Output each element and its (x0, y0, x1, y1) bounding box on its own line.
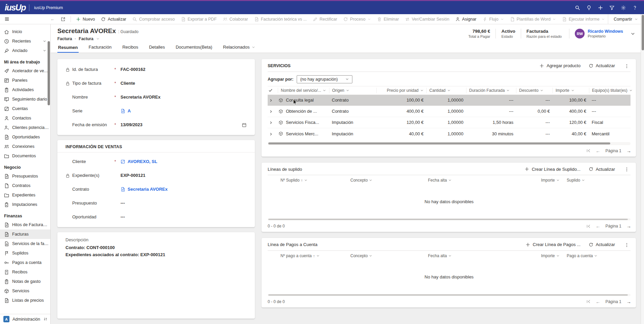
sidebar-item-inicio[interactable]: Inicio (0, 27, 50, 36)
collaborate-button[interactable]: Colaborar (220, 14, 251, 24)
first-page-icon[interactable] (586, 148, 591, 153)
row-expand-icon[interactable] (269, 99, 273, 102)
previous-page-icon[interactable]: ← (596, 299, 600, 304)
back-button[interactable]: ← (48, 14, 58, 24)
flow-button[interactable]: Flujo (480, 14, 507, 24)
sidebar-item-listas-de-precios[interactable]: Listas de precios (0, 296, 50, 305)
sidebar-item-anclado[interactable]: Anclado (0, 46, 50, 55)
service-row-servicios-fiscales[interactable]: Servicios Fisca... Imputación 120,00 € 1… (268, 117, 630, 128)
word-templates-button[interactable]: Plantillas de Word (507, 14, 559, 24)
column-header-importe[interactable]: Importe (541, 253, 567, 258)
create-suplido-button[interactable]: Crear Línea de Suplido... (525, 167, 581, 172)
sidebar-item-conexiones[interactable]: Conexiones (0, 142, 50, 151)
tab-facturacion[interactable]: Facturación (88, 43, 112, 53)
sidebar-item-hitos-facturacion[interactable]: Hitos de Facturaci... (0, 220, 50, 230)
sidebar-item-expedientes[interactable]: Expedientes (0, 190, 50, 200)
field-value-fecha-emision[interactable]: 13/09/2023 (120, 122, 242, 127)
refresh-button[interactable]: Actualizar (98, 14, 129, 24)
sidebar-item-servicios-factura[interactable]: Servicios de la fact... (0, 239, 50, 248)
form-selector-chevron-icon[interactable] (96, 37, 100, 40)
add-product-button[interactable]: Agregar producto (539, 63, 580, 68)
service-row-servicios-mercantiles[interactable]: Servicios Merc... Imputación 40,00 € 1,0… (268, 128, 630, 139)
column-header-fecha-alta[interactable]: Fecha alta (428, 253, 541, 258)
sidebar-item-recibos[interactable]: Recibos (0, 267, 50, 277)
pagos-refresh-button[interactable]: Actualizar (589, 242, 615, 247)
owner-field[interactable]: RW Ricardo Windows Propietario (569, 29, 623, 38)
row-expand-icon[interactable] (269, 110, 273, 113)
new-button[interactable]: Nuevo (73, 14, 98, 24)
column-header-fecha-alta[interactable]: Fecha alta (428, 178, 541, 183)
sidebar-item-servicios[interactable]: Servicios (0, 286, 50, 296)
services-horizontal-scrollbar[interactable] (268, 142, 630, 145)
column-header-origen[interactable]: Origen (329, 88, 376, 93)
open-in-new-window-button[interactable] (58, 14, 69, 24)
field-value-tipo-factura[interactable]: Cliente (120, 81, 247, 86)
scrollbar-thumb[interactable] (642, 15, 644, 50)
description-line-2[interactable]: Expedientes asociados al contrato: EXP-0… (65, 252, 247, 258)
filter-icon[interactable] (606, 3, 618, 13)
sidebar-scrollbar-thumb[interactable] (48, 41, 50, 105)
share-button[interactable]: Compartir (608, 14, 644, 24)
sidebar-item-contactos[interactable]: Contactos (0, 113, 50, 123)
column-header-concepto[interactable]: Concepto (350, 178, 428, 183)
field-value-serie[interactable]: A (120, 108, 247, 113)
column-header-descuento[interactable]: Descuento (516, 88, 553, 93)
field-value-oportunidad[interactable]: --- (120, 214, 247, 219)
column-header-concepto[interactable]: Concepto (350, 253, 428, 258)
tab-resumen[interactable]: Resumen (57, 44, 79, 53)
sidebar-item-oportunidades[interactable]: Oportunidades (0, 132, 50, 142)
sidebar-item-suplidos[interactable]: Suplidos (0, 248, 50, 258)
run-report-button[interactable]: Ejecutar informe (559, 14, 608, 24)
tab-relacionados[interactable]: Relacionados (222, 43, 256, 53)
column-header-nombre[interactable]: Nombre del servicio/... (278, 88, 329, 93)
services-more-commands-icon[interactable] (623, 63, 630, 69)
service-row-consulta-legal[interactable]: Consulta legal Contrato 100,00 € 1,00000… (268, 95, 630, 106)
export-pdf-button[interactable]: Exportar a PDF (178, 14, 220, 24)
first-page-icon[interactable] (586, 224, 591, 228)
column-header-n-pago[interactable]: Nº pago a cuenta↑ (280, 253, 350, 258)
form-selector[interactable]: Factura (79, 36, 93, 41)
page-vertical-scrollbar[interactable] (641, 14, 644, 324)
search-icon[interactable] (572, 3, 583, 13)
field-value-nombre[interactable]: Secretaria AVOREx (120, 94, 247, 100)
sidebar-item-imputaciones[interactable]: Imputaciones (0, 200, 50, 209)
pagos-horizontal-scrollbar[interactable] (268, 294, 630, 296)
sidebar-item-clientes-potenciales[interactable]: Clientes potenciales (0, 123, 50, 132)
calendar-icon[interactable] (242, 122, 247, 127)
scrollbar-thumb[interactable] (268, 294, 628, 296)
sidebar-item-acelerador[interactable]: Acelerador de ven... (0, 66, 50, 76)
process-button[interactable]: Proceso (340, 14, 374, 24)
field-value-cliente[interactable]: AVOREXO, SL (120, 159, 247, 164)
column-header-importe[interactable]: Importe (541, 178, 567, 183)
hamburger-menu-icon[interactable] (4, 17, 9, 22)
quick-create-plus-icon[interactable] (595, 3, 606, 13)
services-refresh-button[interactable]: Actualizar (589, 63, 615, 68)
sidebar-item-actividades[interactable]: Actividades (0, 85, 50, 94)
tab-documentos-beta[interactable]: Documentos(Beta) (175, 43, 213, 53)
header-collapse-chevron-icon[interactable] (630, 31, 635, 36)
sidebar-item-contratos[interactable]: Contratos (0, 181, 50, 190)
column-header-precio[interactable]: Precio por unidad (376, 88, 426, 93)
first-page-icon[interactable] (586, 299, 591, 304)
area-switch-icon[interactable] (43, 317, 48, 321)
next-page-icon[interactable]: → (626, 299, 631, 304)
delete-button[interactable]: Eliminar (374, 14, 402, 24)
rectify-button[interactable]: Rectificar (310, 14, 340, 24)
column-header-duracion[interactable]: Duración Facturada (466, 88, 516, 93)
suplidos-more-commands-icon[interactable] (623, 167, 630, 172)
sidebar-item-paneles[interactable]: Paneles (0, 76, 50, 85)
create-pago-button[interactable]: Crear Línea de Pagos ... (526, 242, 581, 247)
column-header-equipos[interactable]: Equipo(s) titular(es) (589, 88, 642, 93)
scrollbar-thumb[interactable] (268, 219, 628, 220)
sidebar-item-facturas[interactable]: Facturas (0, 230, 50, 239)
column-header-importe[interactable]: Importe (553, 88, 589, 93)
sidebar-item-notas-de-gasto[interactable]: Notas de gasto (0, 277, 50, 286)
change-session-button[interactable]: Ver/Cambiar Sesión (402, 14, 452, 24)
column-header-n-suplido[interactable]: Nº Suplido↑ (280, 178, 350, 183)
select-all-checkbox[interactable] (268, 88, 278, 93)
previous-page-icon[interactable]: ← (596, 223, 600, 229)
owner-avatar[interactable]: RW (575, 29, 585, 38)
suplidos-refresh-button[interactable]: Actualizar (589, 167, 615, 172)
previous-page-icon[interactable]: ← (596, 148, 600, 154)
iusup-logo[interactable]: iusUp (5, 3, 26, 12)
